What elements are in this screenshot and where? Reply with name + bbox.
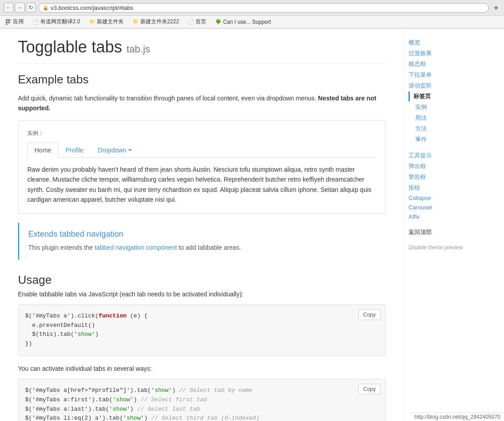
sidebar-link-transition[interactable]: 过渡效果 [408, 48, 480, 58]
bookmark-newfolder2-label: 新建文件夹2222 [140, 18, 179, 26]
svg-rect-5 [6, 24, 8, 25]
sidebar-item-affix: Affix [408, 213, 480, 221]
dropdown-caret-icon [128, 149, 132, 151]
sidebar-nav: 概览 过渡效果 模态框 下拉菜单 滚动监听 标签页 实例 用法 [408, 38, 480, 252]
bookmark-caniuse[interactable]: 🌳 Can I use... Support [213, 18, 273, 26]
apps-label: 应用 [13, 18, 24, 26]
bookmarks-bar: 应用 📄 有道网页翻译2.0 📁 新建文件夹 📁 新建文件夹2222 📄 首页 … [0, 16, 504, 28]
folder-icon: 📁 [89, 19, 96, 25]
sidebar-separator-3 [408, 238, 480, 243]
page-icon: 📄 [33, 19, 39, 25]
bookmark-newfolder-label: 新建文件夹 [97, 18, 124, 26]
main-content: Togglable tabs tab.js Example tabs Add q… [0, 29, 404, 421]
code-line-b2-1: $('#myTabs a[href="#profile"]').tab('sho… [25, 386, 378, 395]
sidebar-item-tooltips: 工具提示 [408, 151, 480, 161]
sidebar-link-tabs-methods[interactable]: 方法 [408, 124, 480, 134]
bookmark-youdao[interactable]: 📄 有道网页翻译2.0 [31, 17, 82, 26]
sidebar-link-disable-preview[interactable]: Disable theme preview [408, 243, 480, 252]
page-title: Togglable tabs tab.js [18, 38, 386, 64]
status-bar: http://blog.csdn.net/qq_2842405070 [411, 412, 504, 421]
sidebar-link-modal[interactable]: 模态框 [408, 59, 480, 69]
bookmark-caniuse-label: Can I use... Support [223, 19, 271, 25]
page-layout: Togglable tabs tab.js Example tabs Add q… [0, 29, 504, 421]
svg-rect-2 [10, 19, 11, 21]
sidebar-item-tabs: 标签页 [408, 91, 480, 101]
bookmarks-apps[interactable]: 应用 [4, 17, 26, 26]
sidebar-link-tooltips[interactable]: 工具提示 [408, 151, 480, 161]
sidebar-separator-1 [408, 145, 480, 150]
status-bar-text: http://blog.csdn.net/qq_2842405070 [415, 414, 501, 420]
bookmark-star-button[interactable]: ★ [491, 3, 500, 12]
sidebar-link-popovers[interactable]: 弹出框 [408, 161, 480, 171]
sidebar-item-back-to-top: 返回顶部 [408, 227, 480, 237]
svg-rect-0 [6, 19, 8, 21]
sidebar-item-tabs-events: 事件 [408, 135, 480, 144]
svg-rect-3 [6, 22, 8, 23]
sidebar-link-tabs[interactable]: 标签页 [408, 91, 480, 101]
copy-button-1[interactable]: Copy [358, 309, 381, 320]
svg-rect-4 [8, 22, 10, 23]
sidebar-link-dropdown[interactable]: 下拉菜单 [408, 70, 480, 80]
tab-profile[interactable]: Profile [58, 143, 91, 158]
sidebar-link-buttons[interactable]: 按钮 [408, 183, 480, 193]
code-line-4: }) [25, 339, 378, 349]
sidebar-link-affix[interactable]: Affix [408, 213, 480, 221]
example-desc: Add quick, dynamic tab functionality to … [18, 93, 386, 113]
page-icon-2: 📄 [188, 19, 194, 25]
sidebar-link-tabs-usage[interactable]: 用法 [408, 113, 480, 123]
sidebar-item-carousel: Carousel [408, 203, 480, 212]
url-text: v3.bootcss.com/javascript/#tabs [51, 4, 485, 11]
sidebar-item-modal: 模态框 [408, 59, 480, 69]
example-tabs-heading: Example tabs [18, 73, 386, 87]
sidebar-item-tabs-examples: 实例 [408, 102, 480, 112]
code-line-b2-3: $('#myTabs a:last').tab('show') // Selec… [25, 405, 378, 414]
bookmark-homepage-label: 首页 [196, 18, 206, 26]
back-button[interactable]: ← [4, 3, 13, 13]
sidebar-link-tabs-events[interactable]: 事件 [408, 135, 480, 144]
bookmark-youdao-label: 有道网页翻译2.0 [40, 18, 80, 26]
address-bar[interactable]: 🔒 v3.bootcss.com/javascript/#tabs [39, 3, 489, 13]
code-line-b2-4: $('#myTabs li:eq(2) a').tab('show') // S… [25, 414, 378, 421]
sidebar-link-back-to-top[interactable]: 返回顶部 [408, 227, 480, 237]
tree-icon: 🌳 [215, 19, 222, 25]
callout-heading: Extends tabbed navigation [28, 230, 377, 239]
sidebar-item-overview: 概览 [408, 38, 480, 48]
bookmark-homepage[interactable]: 📄 首页 [186, 17, 208, 26]
example-label: 实例： [27, 130, 376, 137]
browser-toolbar: ← → ↻ 🔒 v3.bootcss.com/javascript/#tabs … [0, 0, 504, 16]
code-line-3: $(this).tab('show') [25, 330, 378, 339]
sidebar-item-popovers: 弹出框 [408, 161, 480, 171]
code-line-1: $('#myTabs a').click(function (e) { [25, 312, 378, 321]
sidebar-link-alerts[interactable]: 警告框 [408, 172, 480, 182]
reload-button[interactable]: ↻ [26, 3, 36, 13]
callout-link[interactable]: tabbed navigation component [95, 244, 177, 251]
browser-chrome: ← → ↻ 🔒 v3.bootcss.com/javascript/#tabs … [0, 0, 504, 29]
sidebar-link-tabs-examples[interactable]: 实例 [408, 102, 480, 112]
info-callout: Extends tabbed navigation This plugin ex… [18, 223, 386, 259]
sidebar-link-scrollspy[interactable]: 滚动监听 [408, 81, 480, 91]
bookmark-newfolder[interactable]: 📁 新建文件夹 [87, 17, 126, 26]
bookmark-newfolder2[interactable]: 📁 新建文件夹2222 [131, 17, 181, 26]
folder-icon-2: 📁 [133, 19, 139, 25]
tab-home[interactable]: Home [27, 143, 58, 158]
nav-buttons: ← → ↻ [4, 3, 36, 13]
sidebar-link-collapse[interactable]: Collapse [408, 194, 480, 202]
subtext: You can activate individual tabs in seve… [18, 365, 386, 372]
forward-button[interactable]: → [15, 3, 25, 13]
svg-rect-1 [8, 19, 10, 21]
tab-dropdown[interactable]: Dropdown [91, 143, 139, 158]
sidebar-item-scrollspy: 滚动监听 [408, 81, 480, 91]
sidebar-item-tabs-usage: 用法 [408, 113, 480, 123]
copy-button-2[interactable]: Copy [358, 384, 381, 395]
sidebar-link-overview[interactable]: 概览 [408, 38, 480, 48]
code-line-b2-2: $('#myTabs a:first').tab('show') // Sele… [25, 395, 378, 405]
usage-desc: Enable tabbable tabs via JavaScript (eac… [18, 291, 386, 298]
page-subtitle: tab.js [126, 43, 150, 55]
lock-icon: 🔒 [43, 5, 49, 11]
sidebar-link-carousel[interactable]: Carousel [408, 203, 480, 212]
sidebar: 概览 过渡效果 模态框 下拉菜单 滚动监听 标签页 实例 用法 [404, 29, 484, 421]
sidebar-item-transition: 过渡效果 [408, 48, 480, 58]
tabs-nav: Home Profile Dropdown [27, 143, 376, 158]
code-block-2: Copy $('#myTabs a[href="#profile"]').tab… [18, 379, 386, 421]
tab-content: Raw denim you probably haven't heard of … [27, 165, 376, 205]
